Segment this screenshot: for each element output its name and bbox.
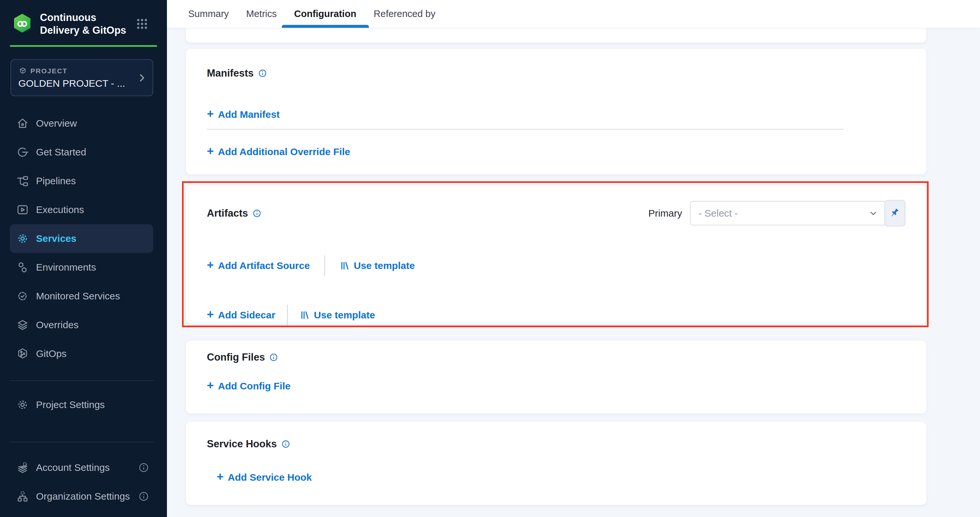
environments-icon bbox=[16, 261, 29, 274]
tab-configuration[interactable]: Configuration bbox=[294, 0, 356, 28]
sidebar-item-label: Environments bbox=[36, 262, 96, 273]
sidebar-item-label: Organization Settings bbox=[36, 491, 130, 502]
pin-primary-button[interactable] bbox=[885, 200, 905, 226]
select-placeholder: - Select - bbox=[698, 208, 738, 219]
service-hooks-title: Service Hooks bbox=[207, 438, 277, 450]
sidebar-nav-settings: Account Settings Organization Settings bbox=[0, 453, 167, 511]
sidebar-item-label: Executions bbox=[36, 204, 84, 215]
sidebar-divider bbox=[10, 380, 154, 381]
sidebar-item-overrides[interactable]: Overrides bbox=[0, 310, 167, 339]
sidebar-item-monitored-services[interactable]: Monitored Services bbox=[0, 282, 167, 310]
tab-referenced-by[interactable]: Referenced by bbox=[374, 0, 436, 28]
sidebar-nav: Overview Get Started Pip bbox=[0, 109, 167, 368]
links-divider bbox=[325, 255, 325, 276]
chevron-right-icon bbox=[136, 72, 147, 83]
service-tabbar: Summary Metrics Configuration Referenced… bbox=[167, 0, 980, 28]
monitored-services-icon bbox=[16, 289, 29, 303]
add-manifest-button[interactable]: + Add Manifest bbox=[207, 109, 280, 121]
add-sidecar-button[interactable]: + Add Sidecar bbox=[207, 309, 275, 321]
template-library-icon bbox=[339, 261, 350, 271]
config-files-title: Config Files bbox=[207, 352, 265, 363]
chevron-down-icon bbox=[868, 208, 878, 219]
sidebar-divider bbox=[10, 442, 154, 442]
sidebar-item-label: Services bbox=[36, 233, 76, 244]
project-cube-icon bbox=[18, 67, 27, 76]
plus-icon: + bbox=[207, 145, 214, 157]
project-selector[interactable]: PROJECT GOLDEN PROJECT - ... bbox=[11, 59, 153, 96]
project-name: GOLDEN PROJECT - ... bbox=[18, 78, 136, 89]
tab-metrics[interactable]: Metrics bbox=[246, 0, 277, 28]
primary-artifact-select[interactable]: - Select - bbox=[690, 201, 886, 226]
sidebar: Continuous Delivery & GitOps PROJECT bbox=[0, 0, 167, 517]
info-icon[interactable] bbox=[258, 69, 267, 78]
sidebar-item-label: Project Settings bbox=[36, 399, 105, 410]
services-gear-icon bbox=[16, 232, 29, 245]
cd-gitops-module-logo-icon bbox=[12, 13, 33, 34]
main-area: Summary Metrics Configuration Referenced… bbox=[167, 0, 980, 517]
links-divider bbox=[287, 305, 288, 326]
sidebar-item-services[interactable]: Services bbox=[10, 224, 153, 253]
pipelines-icon bbox=[16, 174, 29, 188]
tab-summary[interactable]: Summary bbox=[188, 0, 229, 28]
organization-settings-icon bbox=[16, 490, 29, 503]
module-title: Continuous Delivery & GitOps bbox=[40, 11, 129, 37]
info-icon[interactable] bbox=[252, 209, 261, 218]
use-template-sidecar-button[interactable]: Use template bbox=[299, 310, 375, 321]
info-icon[interactable] bbox=[138, 462, 149, 473]
app-window: Continuous Delivery & GitOps PROJECT bbox=[0, 0, 980, 517]
sidebar-item-executions[interactable]: Executions bbox=[0, 195, 167, 224]
artifacts-section: Artifacts Primary - Select bbox=[186, 185, 926, 324]
configuration-content: Manifests + Add Manifest bbox=[167, 28, 980, 517]
sidebar-item-get-started[interactable]: Get Started bbox=[0, 138, 167, 167]
project-label: PROJECT bbox=[30, 67, 67, 75]
module-switcher-grid-icon[interactable] bbox=[135, 17, 149, 30]
manifests-title: Manifests bbox=[207, 67, 254, 79]
executions-icon bbox=[16, 203, 29, 216]
add-additional-override-file-button[interactable]: + Add Additional Override File bbox=[207, 146, 350, 158]
sidebar-item-label: Get Started bbox=[36, 146, 86, 158]
template-library-icon bbox=[299, 310, 310, 320]
sidebar-item-account-settings[interactable]: Account Settings bbox=[0, 453, 167, 482]
primary-artifact-label: Primary bbox=[648, 208, 682, 219]
sidebar-item-gitops[interactable]: GitOps bbox=[0, 339, 167, 368]
account-settings-icon bbox=[16, 461, 29, 474]
info-icon[interactable] bbox=[281, 439, 290, 449]
config-files-section: Config Files + Add Config File bbox=[186, 340, 926, 414]
previous-section-card-partial bbox=[186, 28, 926, 43]
sidebar-item-pipelines[interactable]: Pipelines bbox=[0, 167, 167, 195]
project-settings-gear-icon bbox=[16, 398, 29, 412]
add-artifact-source-button[interactable]: + Add Artifact Source bbox=[207, 260, 310, 272]
artifacts-title: Artifacts bbox=[207, 207, 248, 219]
plus-icon: + bbox=[217, 471, 224, 483]
sidebar-item-environments[interactable]: Environments bbox=[0, 253, 167, 282]
plus-icon: + bbox=[207, 380, 214, 391]
sidebar-item-overview[interactable]: Overview bbox=[0, 109, 167, 138]
annotation-highlight-box: Artifacts Primary - Select bbox=[182, 181, 929, 327]
plus-icon: + bbox=[207, 309, 214, 320]
plus-icon: + bbox=[207, 259, 214, 271]
get-started-icon bbox=[16, 145, 29, 159]
sidebar-item-label: Pipelines bbox=[36, 175, 76, 186]
add-service-hook-button[interactable]: + Add Service Hook bbox=[217, 471, 312, 483]
manifests-divider bbox=[207, 129, 843, 130]
sidebar-item-project-settings[interactable]: Project Settings bbox=[0, 390, 167, 419]
sidebar-nav-project-settings: Project Settings bbox=[0, 390, 167, 419]
sidebar-item-organization-settings[interactable]: Organization Settings bbox=[0, 482, 167, 511]
sidebar-item-label: Account Settings bbox=[36, 462, 110, 473]
sidebar-item-label: Overview bbox=[36, 118, 77, 129]
sidebar-item-label: Overrides bbox=[36, 319, 78, 331]
home-icon bbox=[16, 116, 29, 130]
service-hooks-section: Service Hooks + Add Service Hook bbox=[186, 422, 926, 505]
info-icon[interactable] bbox=[269, 353, 278, 362]
add-config-file-button[interactable]: + Add Config File bbox=[207, 380, 291, 392]
manifests-section: Manifests + Add Manifest bbox=[186, 49, 926, 174]
sidebar-item-label: GitOps bbox=[36, 348, 67, 359]
sidebar-item-label: Monitored Services bbox=[36, 291, 120, 302]
sidebar-header: Continuous Delivery & GitOps bbox=[0, 0, 167, 37]
pin-icon bbox=[889, 207, 901, 219]
info-icon[interactable] bbox=[138, 491, 149, 502]
use-template-artifact-button[interactable]: Use template bbox=[339, 260, 415, 271]
module-accent-rule bbox=[10, 45, 157, 47]
overrides-layers-icon bbox=[16, 318, 29, 332]
gitops-icon bbox=[16, 347, 29, 361]
